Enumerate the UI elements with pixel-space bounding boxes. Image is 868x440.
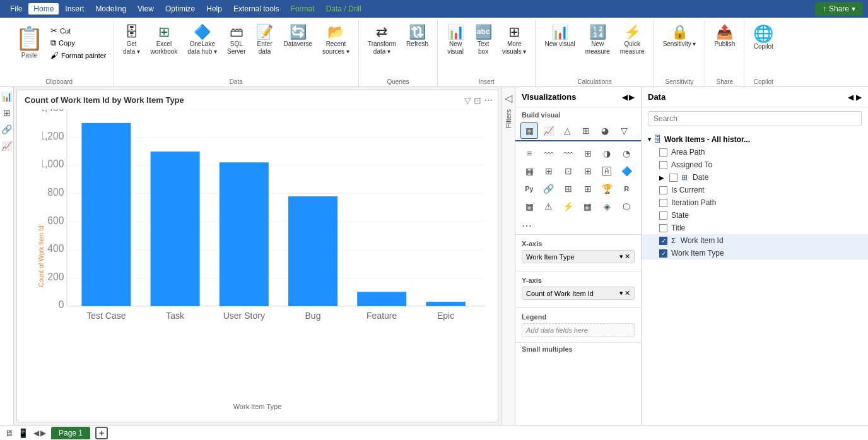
new-measure-button[interactable]: 🔢 Newmeasure [582, 23, 614, 58]
onelake-button[interactable]: 🔷 OneLakedata hub ▾ [184, 23, 221, 58]
viz-icon-19[interactable]: ▦ [520, 198, 538, 215]
viz-icon-17[interactable]: 🏆 [598, 181, 616, 197]
viz-icon-area[interactable]: △ [558, 122, 576, 139]
status-tablet-icon[interactable]: 📱 [18, 428, 28, 438]
copilot-button[interactable]: 🌐 Copilot [749, 23, 777, 53]
viz-icon-20[interactable]: ⚠ [540, 198, 558, 215]
quick-measure-button[interactable]: ⚡ Quickmeasure [616, 23, 648, 58]
iteration-path-checkbox[interactable] [659, 199, 667, 207]
data-panel-collapse-icon[interactable]: ◀ [848, 93, 853, 102]
title-checkbox[interactable] [659, 224, 667, 232]
cut-button[interactable]: ✂ Cut [49, 25, 108, 36]
viz-icon-23[interactable]: ◈ [598, 198, 616, 215]
x-axis-remove-icon[interactable]: ✕ [625, 253, 630, 261]
menu-file[interactable]: File [5, 3, 27, 15]
viz-icon-11[interactable]: 🄰 [598, 163, 616, 179]
is-current-checkbox[interactable] [659, 186, 667, 194]
viz-icon-13[interactable]: Py [520, 181, 538, 197]
data-panel-expand-icon[interactable]: ▶ [856, 93, 862, 102]
tree-item-date[interactable]: ▶ ⊞ Date [642, 171, 868, 184]
viz-icon-scatter[interactable]: ⊞ [577, 122, 595, 139]
publish-button[interactable]: 📤 Publish [710, 23, 739, 51]
date-checkbox[interactable] [669, 174, 677, 182]
viz-icon-pie[interactable]: ◕ [596, 122, 614, 139]
new-visual-button[interactable]: 📊 Newvisual [443, 23, 468, 58]
status-monitor-icon[interactable]: 🖥 [5, 428, 14, 438]
viz-icon-24[interactable]: ⬡ [618, 198, 635, 215]
viz-icon-4[interactable]: ⊞ [579, 145, 597, 162]
filters-label[interactable]: Filters [505, 109, 512, 128]
tree-item-title[interactable]: Title [642, 222, 868, 234]
format-painter-button[interactable]: 🖌 Format painter [49, 50, 108, 61]
viz-icon-14[interactable]: 🔗 [540, 181, 558, 197]
recent-sources-button[interactable]: 📂 Recentsources ▾ [319, 23, 353, 58]
viz-icon-18[interactable]: R [618, 181, 635, 197]
new-visual-calc-button[interactable]: 📊 New visual [541, 23, 578, 51]
viz-icon-16[interactable]: ⊞ [579, 181, 597, 197]
filter-icon[interactable]: ▽ [464, 95, 471, 105]
transform-data-button[interactable]: ⇄ Transformdata ▾ [364, 23, 400, 58]
viz-icon-10[interactable]: ⊞ [579, 163, 597, 179]
tree-item-work-item-type[interactable]: ✓ Work Item Type [642, 247, 868, 259]
menu-help[interactable]: Help [201, 3, 227, 15]
viz-icon-8[interactable]: ⊞ [540, 163, 558, 179]
viz-icon-9[interactable]: ⊡ [560, 163, 577, 179]
menu-home[interactable]: Home [28, 3, 59, 15]
more-visuals-button[interactable]: ⊞ Morevisuals ▾ [498, 23, 530, 58]
viz-more-button[interactable]: ⋯ [515, 217, 641, 234]
copy-button[interactable]: ⧉ Copy [49, 37, 108, 49]
text-box-button[interactable]: 🔤 Textbox [471, 23, 496, 58]
viz-icon-15[interactable]: ⊞ [560, 181, 577, 197]
left-icon-dax[interactable]: 📈 [0, 139, 14, 153]
data-search-input[interactable] [648, 111, 862, 126]
viz-icon-6[interactable]: ◔ [618, 145, 635, 162]
viz-icon-3[interactable]: 〰 [560, 145, 577, 162]
menu-external-tools[interactable]: External tools [228, 3, 284, 15]
tree-item-is-current[interactable]: Is Current [642, 184, 868, 196]
excel-workbook-button[interactable]: ⊞ Excelworkbook [147, 23, 182, 58]
menu-view[interactable]: View [132, 3, 159, 15]
menu-format[interactable]: Format [286, 3, 320, 15]
nav-next-arrow[interactable]: ▶ [40, 429, 46, 437]
nav-prev-arrow[interactable]: ◀ [33, 429, 39, 437]
x-axis-expand-icon[interactable]: ▾ [619, 253, 623, 261]
tree-item-assigned-to[interactable]: Assigned To [642, 158, 868, 171]
menu-optimize[interactable]: Optimize [160, 3, 200, 15]
focus-mode-icon[interactable]: ⊡ [474, 95, 481, 105]
add-page-button[interactable]: + [95, 427, 108, 439]
viz-icon-funnel[interactable]: ▽ [615, 122, 633, 139]
tree-item-state[interactable]: State [642, 209, 868, 222]
share-button[interactable]: ↑ Share ▾ [815, 2, 863, 16]
viz-icon-1[interactable]: ≡ [520, 145, 538, 162]
viz-icon-2[interactable]: 〰 [540, 145, 558, 162]
area-path-checkbox[interactable] [659, 148, 667, 157]
sensitivity-button[interactable]: 🔒 Sensitivity ▾ [659, 23, 700, 51]
tree-item-iteration-path[interactable]: Iteration Path [642, 196, 868, 209]
data-tree-root[interactable]: ▾ 🗄 Work Items - All histor... [642, 133, 868, 146]
viz-icon-bar[interactable]: ▦ [520, 122, 538, 139]
sql-server-button[interactable]: 🗃 SQLServer [223, 23, 249, 58]
work-item-type-checkbox[interactable]: ✓ [659, 249, 667, 258]
left-icon-data[interactable]: ⊞ [1, 106, 13, 120]
viz-icon-line[interactable]: 📈 [539, 122, 557, 139]
left-icon-model[interactable]: 🔗 [0, 122, 14, 136]
menu-insert[interactable]: Insert [60, 3, 89, 15]
y-axis-expand-icon[interactable]: ▾ [619, 289, 623, 297]
menu-data-drill[interactable]: Data / Drill [321, 3, 367, 15]
viz-icon-22[interactable]: ▦ [579, 198, 597, 215]
enter-data-button[interactable]: 📝 Enterdata [252, 23, 278, 58]
tree-item-area-path[interactable]: Area Path [642, 146, 868, 158]
state-checkbox[interactable] [659, 211, 667, 220]
tree-item-work-item-id[interactable]: ✓ Σ Work Item Id [642, 234, 868, 247]
viz-collapse-left-icon[interactable]: ◀ [622, 93, 628, 102]
more-options-icon[interactable]: ⋯ [484, 95, 493, 105]
page-tab[interactable]: Page 1 [51, 427, 90, 439]
legend-add-field[interactable]: Add data fields here [522, 323, 635, 337]
viz-icon-7[interactable]: ▦ [520, 163, 538, 179]
assigned-to-checkbox[interactable] [659, 161, 667, 169]
viz-expand-right-icon[interactable]: ▶ [629, 93, 635, 102]
dataverse-button[interactable]: 🔄 Dataverse [280, 23, 317, 51]
viz-icon-21[interactable]: ⚡ [560, 198, 577, 215]
viz-icon-5[interactable]: ◑ [598, 145, 616, 162]
work-item-id-checkbox[interactable]: ✓ [659, 237, 667, 245]
